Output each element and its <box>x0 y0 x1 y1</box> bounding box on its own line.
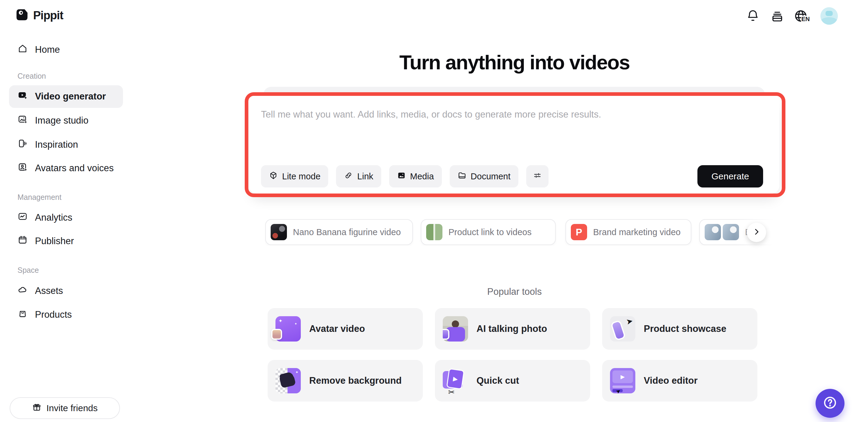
sidebar-section-management: Management <box>18 193 61 202</box>
media-image-icon <box>397 171 406 182</box>
sidebar-item-label: Analytics <box>35 212 72 223</box>
document-label: Document <box>471 172 510 181</box>
assets-cloud-icon <box>18 284 28 297</box>
media-button[interactable]: Media <box>389 165 442 187</box>
curved-arrow-icon: ➤ <box>625 316 634 327</box>
chip-thumbnail: P <box>571 224 587 240</box>
tool-card-remove-background[interactable]: ✦ Remove background <box>268 360 423 401</box>
generate-label: Generate <box>711 171 749 181</box>
sidebar-item-label: Image studio <box>35 115 89 126</box>
document-button[interactable]: Document <box>450 165 518 187</box>
language-label: EN <box>801 16 810 22</box>
composer-card: Lite mode Link Media <box>249 96 779 193</box>
sidebar-item-label: Video generator <box>35 91 106 102</box>
chip-thumbnail <box>705 224 721 240</box>
analytics-icon <box>18 211 28 224</box>
scissors-icon: ✂ <box>448 388 455 397</box>
tool-thumbnail: ✦ ✦ <box>276 316 301 341</box>
chips-next-button[interactable] <box>747 223 766 242</box>
popular-tools-title: Popular tools <box>245 287 784 297</box>
tool-label: Product showcase <box>644 324 726 334</box>
avatar-figure <box>826 11 833 16</box>
sidebar-item-label: Assets <box>35 285 63 296</box>
media-label: Media <box>410 172 434 181</box>
inspiration-icon <box>18 138 28 151</box>
sliders-icon <box>533 171 542 182</box>
sidebar-item-label: Products <box>35 309 72 320</box>
tool-thumbnail: ▶ ➤ <box>610 368 635 393</box>
tool-label: Avatar video <box>309 324 365 334</box>
sidebar-item-image-studio[interactable]: Image studio <box>18 110 89 132</box>
pippit-logo-icon <box>15 8 29 23</box>
chip-label: Brand marketing video <box>593 227 681 237</box>
sidebar-item-publisher[interactable]: Publisher <box>18 230 74 252</box>
sidebar-item-inspiration[interactable]: Inspiration <box>18 133 78 156</box>
app-logo[interactable]: Pippit <box>15 8 63 23</box>
notifications-bell-icon[interactable] <box>746 8 760 24</box>
sidebar-item-products[interactable]: Products <box>18 304 72 326</box>
lite-mode-label: Lite mode <box>282 172 320 181</box>
chip-thumbnail <box>426 224 442 240</box>
tool-label: AI talking photo <box>476 324 547 334</box>
sidebar-item-assets[interactable]: Assets <box>18 280 63 302</box>
products-bag-icon <box>18 308 28 321</box>
sidebar-item-video-generator[interactable]: Video generator <box>9 85 123 108</box>
link-label: Link <box>357 172 373 181</box>
link-icon <box>344 171 353 182</box>
suggestion-chips-row: Nano Banana figurine video Product link … <box>265 219 791 246</box>
tool-card-video-editor[interactable]: ▶ ➤ Video editor <box>602 360 757 401</box>
link-button[interactable]: Link <box>336 165 381 187</box>
tool-label: Remove background <box>309 375 402 386</box>
sidebar-item-avatars-and-voices[interactable]: Avatars and voices <box>18 157 114 179</box>
suggestion-chip[interactable]: Nano Banana figurine video <box>265 219 413 245</box>
orders-tray-icon[interactable] <box>770 10 784 25</box>
chevron-right-icon <box>752 227 761 238</box>
app-title: Pippit <box>33 9 63 22</box>
composer-toolbar: Lite mode Link Media <box>261 165 549 187</box>
tool-card-avatar-video[interactable]: ✦ ✦ Avatar video <box>268 308 423 350</box>
sidebar-section-creation: Creation <box>18 72 46 81</box>
sidebar-item-analytics[interactable]: Analytics <box>18 207 72 229</box>
gift-icon <box>32 402 41 414</box>
invite-friends-button[interactable]: Invite friends <box>10 397 120 419</box>
tool-thumbnail: ✦ <box>276 368 301 393</box>
language-globe-icon[interactable]: EN <box>793 8 808 25</box>
tool-label: Video editor <box>644 375 698 386</box>
publisher-calendar-icon <box>18 235 28 247</box>
tool-thumbnail: ➤ <box>610 316 635 341</box>
invite-friends-label: Invite friends <box>46 403 98 413</box>
suggestion-chip[interactable]: P Brand marketing video <box>565 219 691 245</box>
document-folder-icon <box>458 171 467 182</box>
help-button[interactable] <box>815 389 844 418</box>
sidebar-item-label: Inspiration <box>35 139 78 150</box>
prompt-input[interactable] <box>261 109 761 154</box>
advanced-settings-button[interactable] <box>526 165 549 187</box>
chip-label: Nano Banana figurine video <box>293 227 401 237</box>
suggestion-chip[interactable]: Product link to videos <box>421 219 556 245</box>
image-studio-icon <box>18 114 28 127</box>
sidebar-item-home[interactable]: Home <box>18 38 60 61</box>
tool-thumbnail: ▶ ✂ <box>443 368 468 393</box>
tool-card-quick-cut[interactable]: ▶ ✂ Quick cut <box>435 360 590 401</box>
lite-mode-button[interactable]: Lite mode <box>261 165 328 187</box>
sidebar-item-label: Home <box>35 44 60 55</box>
sidebar-section-space: Space <box>18 266 39 275</box>
generate-button[interactable]: Generate <box>698 165 763 187</box>
user-avatar[interactable] <box>820 7 838 25</box>
tool-thumbnail <box>443 316 468 341</box>
avatars-voices-icon <box>18 162 28 175</box>
tool-card-product-showcase[interactable]: ➤ Product showcase <box>602 308 757 350</box>
chip-thumbnail <box>271 224 287 240</box>
home-icon <box>18 43 28 56</box>
sidebar-item-label: Publisher <box>35 236 74 247</box>
video-generator-icon <box>18 90 28 103</box>
question-mark-icon <box>822 395 838 412</box>
page-title: Turn anything into videos <box>245 51 784 74</box>
tool-card-ai-talking-photo[interactable]: AI talking photo <box>435 308 590 350</box>
tool-label: Quick cut <box>476 375 519 386</box>
cube-icon <box>269 171 278 182</box>
chip-label: Product link to videos <box>448 227 532 237</box>
sidebar-item-label: Avatars and voices <box>35 163 114 174</box>
